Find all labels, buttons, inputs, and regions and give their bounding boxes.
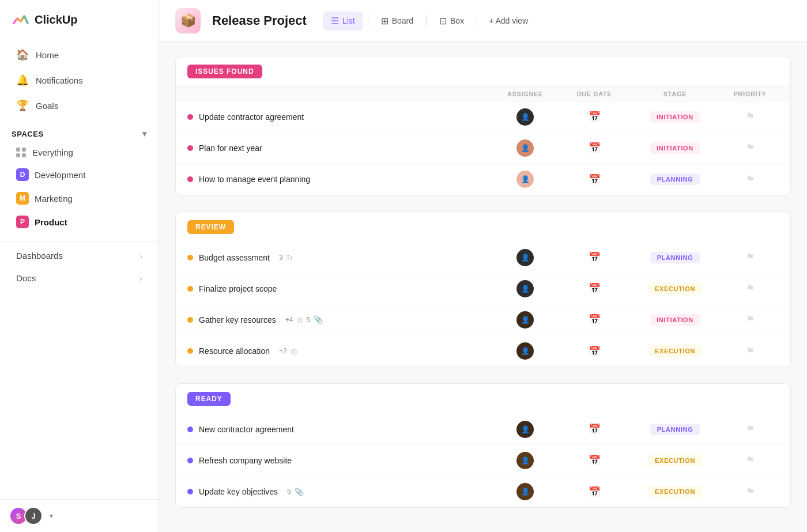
footer-dropdown-arrow[interactable]: ▾ xyxy=(50,512,53,520)
sidebar-item-marketing[interactable]: M Marketing xyxy=(5,187,154,210)
space-label: Development xyxy=(35,170,85,180)
table-row[interactable]: Update contractor agreement 👤 📅 INITIATI… xyxy=(176,101,790,133)
table-row[interactable]: How to manage event planning 👤 📅 PLANNIN… xyxy=(176,164,790,195)
task-name-cell: Gather key resources +4 ◎ 5 📎 xyxy=(187,308,491,331)
stage-badge: EXECUTION xyxy=(648,283,702,295)
task-name: Refresh company website xyxy=(199,456,292,465)
table-row[interactable]: New contractor agreement 👤 📅 PLANNING ⚑ xyxy=(176,414,790,445)
sidebar-item-label: Notifications xyxy=(36,76,83,85)
tab-box[interactable]: ⊡ Box xyxy=(431,12,472,31)
sidebar-item-development[interactable]: D Development xyxy=(5,163,154,186)
task-assignee-cell: 👤 xyxy=(491,483,560,500)
sidebar-item-home[interactable]: 🏠 Home xyxy=(5,43,154,67)
task-stage-cell: EXECUTION xyxy=(629,283,721,295)
sidebar-item-dashboards[interactable]: Dashboards › xyxy=(5,245,154,266)
meta-plus: +4 xyxy=(285,316,293,324)
tab-divider xyxy=(477,14,477,27)
task-dot xyxy=(187,286,193,292)
avatar: 👤 xyxy=(516,139,534,157)
task-dot xyxy=(187,176,193,182)
table-row[interactable]: Budget assessment 3 ↻ 👤 📅 PLANNING ⚑ xyxy=(176,242,790,273)
col-stage: STAGE xyxy=(629,90,721,97)
task-name: New contractor agreement xyxy=(199,425,294,434)
dashboards-label: Dashboards xyxy=(16,251,63,261)
meta-plus: +2 xyxy=(279,347,287,355)
stage-badge: EXECUTION xyxy=(648,455,702,466)
sidebar-item-label: Goals xyxy=(36,101,58,111)
task-dot xyxy=(187,145,193,151)
task-date-cell: 📅 xyxy=(560,142,629,154)
chevron-down-icon[interactable]: ▾ xyxy=(142,129,147,138)
task-name-cell: Finalize project scope xyxy=(187,277,491,300)
tab-board[interactable]: ⊞ Board xyxy=(373,12,421,31)
task-date-cell: 📅 xyxy=(560,111,629,123)
task-assignee-cell: 👤 xyxy=(491,249,560,266)
task-meta: +4 ◎ 5 📎 xyxy=(285,315,323,324)
task-name: Resource allocation xyxy=(199,346,270,356)
task-stage-cell: PLANNING xyxy=(629,173,721,185)
logo-text: ClickUp xyxy=(35,13,77,27)
list-icon: ☰ xyxy=(331,16,339,27)
table-row[interactable]: Plan for next year 👤 📅 INITIATION ⚑ xyxy=(176,133,790,164)
space-label: Product xyxy=(35,217,67,227)
main-content: 📦 Release Project ☰ List ⊞ Board ⊡ Box +… xyxy=(159,0,807,532)
col-assignee: ASSIGNEE xyxy=(491,90,560,97)
add-view-button[interactable]: + Add view xyxy=(482,12,535,29)
task-priority-cell: ⚑ xyxy=(721,454,779,466)
logo-area: ClickUp xyxy=(0,0,159,39)
task-assignee-cell: 👤 xyxy=(491,280,560,297)
task-name-cell: Update key objectives 5 📎 xyxy=(187,480,491,503)
tab-divider xyxy=(368,14,368,27)
task-name: Plan for next year xyxy=(199,144,262,153)
avatar: 👤 xyxy=(516,421,534,438)
docs-label: Docs xyxy=(16,273,36,283)
task-name-cell: Update contractor agreement xyxy=(187,105,491,129)
task-name: How to manage event planning xyxy=(199,175,310,184)
task-date-cell: 📅 xyxy=(560,173,629,186)
user-avatars[interactable]: S J xyxy=(9,507,43,525)
sidebar-item-goals[interactable]: 🏆 Goals xyxy=(5,93,154,118)
home-icon: 🏠 xyxy=(16,48,29,61)
spaces-list: Everything D Development M Marketing P P… xyxy=(0,142,159,234)
task-stage-cell: INITIATION xyxy=(629,111,721,123)
stage-badge: EXECUTION xyxy=(648,486,702,497)
stage-badge: PLANNING xyxy=(650,173,700,185)
table-row[interactable]: Update key objectives 5 📎 👤 📅 EXECUTION … xyxy=(176,476,790,507)
group-header-ready: READY xyxy=(176,384,790,414)
col-due-date: DUE DATE xyxy=(560,90,629,97)
group-header-issues: ISSUES FOUND xyxy=(176,56,790,86)
sidebar-item-product[interactable]: P Product xyxy=(5,210,154,233)
avatar: 👤 xyxy=(516,342,534,360)
table-row[interactable]: Finalize project scope 👤 📅 EXECUTION ⚑ xyxy=(176,273,790,304)
space-label: Marketing xyxy=(35,194,73,203)
table-row[interactable]: Refresh company website 👤 📅 EXECUTION ⚑ xyxy=(176,445,790,476)
group-header-review: REVIEW xyxy=(176,212,790,242)
table-row[interactable]: Gather key resources +4 ◎ 5 📎 👤 📅 INITIA… xyxy=(176,304,790,335)
link-icon: ◎ xyxy=(297,315,303,324)
tab-divider xyxy=(426,14,427,27)
task-date-cell: 📅 xyxy=(560,251,629,263)
avatar: 👤 xyxy=(516,311,534,329)
table-row[interactable]: Resource allocation +2 ◎ 👤 📅 EXECUTION ⚑ xyxy=(176,335,790,367)
task-date-cell: 📅 xyxy=(560,486,629,498)
task-meta: +2 ◎ xyxy=(279,347,297,356)
task-priority-cell: ⚑ xyxy=(721,111,779,123)
task-assignee-cell: 👤 xyxy=(491,342,560,360)
tab-list[interactable]: ☰ List xyxy=(323,12,363,31)
spaces-label: Spaces xyxy=(12,130,44,138)
task-name: Update contractor agreement xyxy=(199,112,304,122)
avatar: 👤 xyxy=(516,483,534,500)
spaces-section-header: Spaces ▾ xyxy=(0,121,159,142)
stage-badge: PLANNING xyxy=(650,424,700,435)
task-assignee-cell: 👤 xyxy=(491,171,560,188)
tab-board-label: Board xyxy=(392,16,413,25)
development-avatar: D xyxy=(16,168,29,181)
task-dot xyxy=(187,427,193,432)
task-assignee-cell: 👤 xyxy=(491,139,560,157)
stage-badge: INITIATION xyxy=(650,314,700,326)
avatar: 👤 xyxy=(516,171,534,188)
sidebar-item-everything[interactable]: Everything xyxy=(5,142,154,163)
sidebar-item-docs[interactable]: Docs › xyxy=(5,267,154,289)
sidebar-item-notifications[interactable]: 🔔 Notifications xyxy=(5,68,154,92)
task-assignee-cell: 👤 xyxy=(491,108,560,126)
